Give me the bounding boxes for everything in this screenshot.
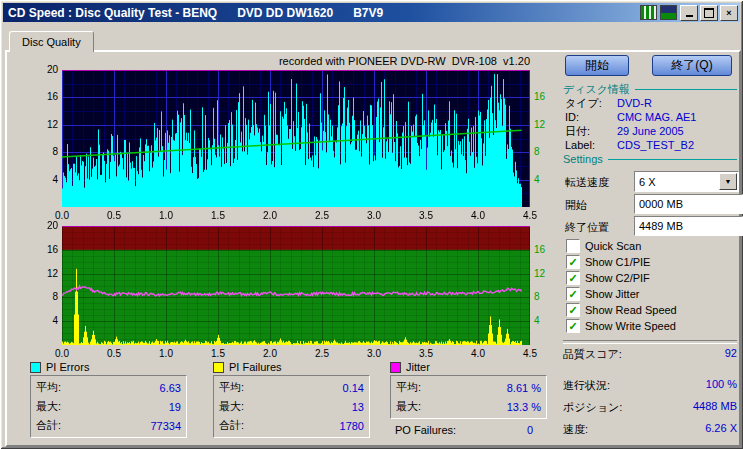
checkbox-show-c1-pie[interactable]: ✓Show C1/PIE bbox=[566, 254, 736, 270]
stat-row: 平均:8.61 % bbox=[396, 378, 541, 397]
x-axis-tick: 2.0 bbox=[255, 210, 285, 221]
x-axis-tick: 3.5 bbox=[411, 348, 441, 359]
stat-row: 最大:13 bbox=[219, 397, 364, 416]
y-axis-tick-right: 16 bbox=[534, 244, 545, 255]
checkbox-box[interactable]: ✓ bbox=[566, 255, 580, 269]
y-axis-tick: 12 bbox=[32, 119, 58, 130]
stat-row: 最大:13.3 % bbox=[396, 397, 541, 416]
checkbox-box[interactable]: ✓ bbox=[566, 319, 580, 333]
divider bbox=[635, 89, 737, 90]
divider bbox=[608, 159, 737, 160]
end-position-input[interactable]: 4489 MB bbox=[634, 216, 743, 236]
position-row: ポジション: 4488 MB bbox=[563, 400, 737, 415]
stat-title-label: PI Failures bbox=[229, 361, 282, 373]
x-axis-tick: 1.5 bbox=[203, 210, 233, 221]
y-axis-tick: 8 bbox=[32, 146, 58, 157]
speed-select-value: 6 X bbox=[635, 176, 719, 188]
legend-swatch-pi-errors bbox=[30, 362, 41, 373]
pi-errors-chart bbox=[62, 70, 530, 207]
close-icon: × bbox=[726, 8, 731, 18]
stat-title-label: Jitter bbox=[406, 361, 430, 373]
x-axis-tick: 1.0 bbox=[151, 210, 181, 221]
stat-panel-pi-errors: PI Errors平均:6.63最大:19合計:77334 bbox=[30, 361, 187, 438]
app-window: CD Speed : Disc Quality Test - BENQ DVD … bbox=[0, 0, 743, 449]
settings-header: Settings bbox=[563, 153, 737, 165]
x-axis-tick: 4.0 bbox=[463, 210, 493, 221]
y-axis-tick: 4 bbox=[32, 174, 58, 185]
stat-row: 合計:1780 bbox=[219, 416, 364, 435]
exit-button[interactable]: 終了(Q) bbox=[652, 55, 732, 76]
y-axis-tick-right: 8 bbox=[534, 146, 540, 157]
stat-title: PI Failures bbox=[213, 361, 370, 373]
progress-row: 進行状況: 100 % bbox=[563, 378, 737, 393]
minimize-button[interactable] bbox=[680, 5, 698, 21]
y-axis-tick: 20 bbox=[32, 220, 58, 231]
tab-label: Disc Quality bbox=[22, 36, 81, 48]
x-axis-tick: 3.5 bbox=[411, 210, 441, 221]
quality-score-label: 品質スコア: bbox=[563, 347, 622, 362]
x-axis-tick: 2.5 bbox=[307, 210, 337, 221]
checkbox-box[interactable] bbox=[566, 239, 580, 253]
pif-jitter-chart bbox=[62, 226, 530, 345]
start-button[interactable]: 開始 bbox=[565, 55, 629, 76]
x-axis-tick: 2.5 bbox=[307, 348, 337, 359]
y-axis-tick-right: 8 bbox=[534, 291, 540, 302]
stat-row: 最大:19 bbox=[36, 397, 181, 416]
checkbox-box[interactable]: ✓ bbox=[566, 303, 580, 317]
legend-swatch-jitter bbox=[390, 362, 401, 373]
progress-label: 進行状況: bbox=[563, 378, 610, 393]
stat-panel-pi-failures: PI Failures平均:0.14最大:13合計:1780 bbox=[213, 361, 370, 438]
stat-row: 平均:6.63 bbox=[36, 378, 181, 397]
chevron-down-icon[interactable]: ▼ bbox=[719, 173, 737, 190]
tab-disc-quality[interactable]: Disc Quality bbox=[9, 31, 94, 52]
speed-select[interactable]: 6 X ▼ bbox=[634, 171, 739, 192]
y-axis-tick-right: 12 bbox=[534, 119, 545, 130]
checkbox-show-jitter[interactable]: ✓Show Jitter bbox=[566, 286, 736, 302]
minimize-icon bbox=[686, 15, 693, 17]
stat-title: PI Errors bbox=[30, 361, 187, 373]
position-value: 4488 MB bbox=[693, 400, 737, 415]
quality-score-value: 92 bbox=[725, 347, 737, 362]
x-axis-tick: 3.0 bbox=[359, 348, 389, 359]
titlebar-controls: × bbox=[640, 5, 740, 21]
x-axis-tick: 4.0 bbox=[463, 348, 493, 359]
stat-row: 平均:0.14 bbox=[219, 378, 364, 397]
y-axis-tick: 12 bbox=[32, 268, 58, 279]
y-axis-tick: 8 bbox=[32, 291, 58, 302]
checkbox-box[interactable]: ✓ bbox=[566, 287, 580, 301]
po-failures-row: PO Failures:0 bbox=[390, 424, 547, 436]
divider bbox=[563, 340, 737, 344]
window-title: CD Speed : Disc Quality Test - BENQ DVD … bbox=[3, 6, 640, 20]
disk-icon[interactable] bbox=[660, 5, 677, 20]
x-axis-tick: 2.0 bbox=[255, 348, 285, 359]
maximize-button[interactable] bbox=[700, 5, 718, 21]
stat-title: Jitter bbox=[390, 361, 547, 373]
start-position-input[interactable]: 0000 MB bbox=[634, 194, 743, 214]
y-axis-tick-right: 4 bbox=[534, 174, 540, 185]
speed-row-value: 6.26 X bbox=[705, 422, 737, 437]
disc-info-row: 日付:29 June 2005 bbox=[565, 124, 737, 138]
chart-icon[interactable] bbox=[640, 5, 657, 20]
maximize-icon bbox=[704, 8, 714, 18]
start-position-label: 開始 bbox=[565, 198, 587, 213]
x-axis-tick: 1.5 bbox=[203, 348, 233, 359]
checkbox-show-c2-pif[interactable]: ✓Show C2/PIF bbox=[566, 270, 736, 286]
x-axis-tick: 0.0 bbox=[47, 348, 77, 359]
checkbox-show-write-speed[interactable]: ✓Show Write Speed bbox=[566, 318, 736, 334]
y-axis-tick-right: 16 bbox=[534, 91, 545, 102]
disc-info: タイプ:DVD-RID:CMC MAG. AE1日付:29 June 2005L… bbox=[565, 96, 737, 152]
quality-score-row: 品質スコア: 92 bbox=[563, 347, 737, 362]
checkbox-list: Quick Scan✓Show C1/PIE✓Show C2/PIF✓Show … bbox=[566, 238, 736, 334]
y-axis-tick-right: 4 bbox=[534, 315, 540, 326]
titlebar[interactable]: CD Speed : Disc Quality Test - BENQ DVD … bbox=[3, 3, 740, 22]
y-axis-tick: 20 bbox=[32, 64, 58, 75]
checkbox-show-read-speed[interactable]: ✓Show Read Speed bbox=[566, 302, 736, 318]
close-button[interactable]: × bbox=[720, 5, 738, 21]
recorded-with-label: recorded with PIONEER DVD-RW DVR-108 v1.… bbox=[62, 55, 530, 67]
legend-swatch-pi-failures bbox=[213, 362, 224, 373]
x-axis-tick: 0.5 bbox=[99, 348, 129, 359]
checkbox-quick-scan[interactable]: Quick Scan bbox=[566, 238, 736, 254]
progress-value: 100 % bbox=[706, 378, 737, 393]
x-axis-tick: 4.5 bbox=[515, 348, 545, 359]
checkbox-box[interactable]: ✓ bbox=[566, 271, 580, 285]
